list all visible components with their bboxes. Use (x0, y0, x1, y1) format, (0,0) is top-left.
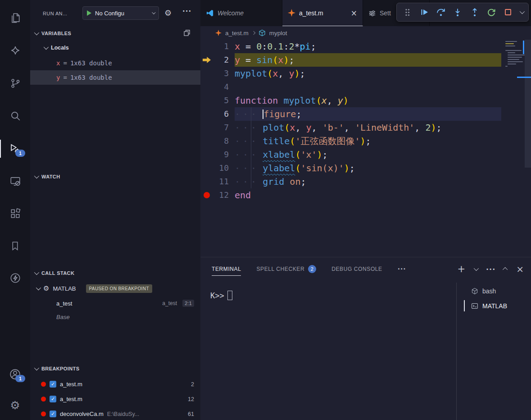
section-call-stack[interactable]: CALL STACK (30, 267, 200, 279)
breadcrumb-file[interactable]: a_test.m (225, 30, 249, 37)
stack-frame-base[interactable]: Base (30, 310, 200, 324)
gutter-margin[interactable] (200, 121, 214, 134)
gutter-margin[interactable] (200, 161, 214, 175)
maximize-panel-icon[interactable] (503, 267, 508, 272)
gutter-margin[interactable] (200, 188, 214, 202)
breakpoint-checkbox[interactable]: ✓ (50, 411, 56, 417)
tab-terminal[interactable]: TERMINAL (212, 257, 241, 281)
gripper-icon[interactable] (401, 6, 413, 18)
continue-button[interactable] (418, 6, 431, 18)
breakpoint-dot[interactable] (204, 192, 210, 198)
debug-config-dropdown[interactable]: No Configu (82, 6, 159, 20)
breakpoint-checkbox[interactable]: ✓ (50, 396, 56, 402)
step-out-button[interactable] (468, 6, 481, 18)
code-line-2[interactable]: 2y = sin(x); (200, 53, 501, 67)
gutter-margin[interactable] (200, 40, 214, 53)
code-text[interactable]: x = 0:0.1:2*pi; (235, 40, 501, 53)
code-text[interactable]: ···plot(x, y, 'b-', 'LineWidth', 2); (235, 121, 501, 134)
section-breakpoints[interactable]: BREAKPOINTS (30, 362, 200, 375)
step-into-button[interactable] (451, 6, 464, 18)
gutter-margin[interactable] (200, 175, 214, 188)
code-text[interactable]: function myplot(x, y) (235, 94, 501, 107)
tab-debug-console[interactable]: DEBUG CONSOLE (331, 257, 382, 281)
tab-welcome[interactable]: Welcome (200, 0, 282, 26)
code-line-12[interactable]: 12end (200, 188, 501, 202)
breadcrumb-symbol[interactable]: myplot (269, 30, 287, 37)
tab-a-test-m[interactable]: a_test.m × (282, 0, 363, 26)
editor-scrollbar[interactable] (525, 40, 531, 168)
gutter-margin[interactable] (200, 80, 214, 94)
gutter-margin[interactable] (200, 134, 214, 148)
panel-more-actions-icon[interactable]: ··· (486, 265, 495, 274)
debug-current-line-arrow[interactable] (203, 57, 211, 63)
code-text[interactable]: ···title('正弦函数图像'); (235, 134, 501, 148)
code-text[interactable]: myplot(x, y); (235, 67, 501, 80)
code-text[interactable]: end (235, 188, 501, 202)
activity-remote-explorer[interactable] (0, 169, 30, 193)
code-text[interactable]: ···xlabel('x'); (235, 148, 501, 161)
terminal-profile-dropdown-icon[interactable] (474, 266, 479, 271)
activity-extensions[interactable] (0, 202, 30, 225)
code-line-9[interactable]: 9···xlabel('x'); (200, 148, 501, 161)
terminal-content[interactable]: K>> (210, 291, 232, 300)
code-line-1[interactable]: 1x = 0:0.1:2*pi; (200, 40, 501, 53)
code-line-11[interactable]: 11···grid on; (200, 175, 501, 188)
code-line-4[interactable]: 4 (200, 80, 501, 94)
panel-tabs-overflow-icon[interactable]: ··· (398, 265, 406, 273)
panel-sash[interactable] (456, 283, 457, 420)
code-line-8[interactable]: 8···title('正弦函数图像'); (200, 134, 501, 148)
gutter-margin[interactable] (200, 67, 214, 80)
debug-toolbar-more-icon[interactable] (519, 9, 524, 14)
gutter-margin[interactable] (200, 148, 214, 161)
code-text[interactable] (235, 80, 501, 94)
code-text[interactable]: ···grid on; (235, 175, 501, 188)
terminal-item-bash[interactable]: bash (464, 283, 531, 298)
new-terminal-icon[interactable]: + (457, 264, 465, 274)
code-line-3[interactable]: 3myplot(x, y); (200, 67, 501, 80)
activity-thunder[interactable] (0, 266, 30, 290)
activity-settings[interactable]: ⚙ (0, 393, 30, 417)
sidebar-more-icon[interactable]: ··· (182, 7, 191, 15)
breadcrumb[interactable]: a_test.m myplot (200, 26, 501, 40)
variable-row-x[interactable]: x = 1x63 double (30, 56, 200, 70)
activity-source-control[interactable] (0, 72, 30, 95)
gutter-margin[interactable] (200, 53, 214, 67)
activity-search[interactable] (0, 104, 30, 128)
breakpoint-row-3[interactable]: ✓ deconvolveCa.m E:\BaiduSy... 61 (30, 406, 200, 420)
step-over-button[interactable] (435, 6, 447, 18)
breakpoint-row-1[interactable]: ✓ a_test.m 2 (30, 377, 200, 392)
breakpoint-checkbox[interactable]: ✓ (50, 381, 56, 388)
gutter-margin[interactable] (200, 94, 214, 107)
stop-button[interactable] (502, 6, 514, 18)
scope-locals[interactable]: Locals (30, 41, 200, 54)
code-text[interactable]: y = sin(x); (235, 53, 501, 67)
close-icon[interactable]: × (351, 9, 357, 18)
restart-button[interactable] (485, 6, 498, 18)
variable-row-y[interactable]: y = 1x63 double (30, 70, 200, 85)
code-area[interactable]: 1x = 0:0.1:2*pi;2y = sin(x);3myplot(x, y… (200, 40, 501, 202)
debug-gear-icon[interactable]: ⚙ (164, 8, 172, 18)
activity-run-and-debug[interactable]: 1 (0, 137, 30, 160)
activity-account[interactable]: 1 (0, 362, 30, 386)
activity-bookmarks[interactable] (0, 234, 30, 257)
callstack-session-matlab[interactable]: ⚙ MATLAB PAUSED ON BREAKPOINT (30, 281, 200, 296)
breakpoint-row-2[interactable]: ✓ a_test.m 12 (30, 392, 200, 406)
code-line-6[interactable]: 6···figure; (200, 107, 501, 121)
gutter-margin[interactable] (200, 107, 214, 121)
stack-frame-a-test[interactable]: a_test a_test 2:1 (30, 297, 200, 310)
section-variables[interactable]: VARIABLES (30, 27, 200, 40)
code-text[interactable]: ···figure; (235, 107, 501, 121)
tab-spell-checker[interactable]: SPELL CHECKER 2 (256, 257, 316, 281)
code-line-10[interactable]: 10···ylabel('sin(x)'); (200, 161, 501, 175)
activity-explorer[interactable] (0, 6, 30, 30)
open-panel-icon[interactable] (183, 29, 191, 37)
code-line-5[interactable]: 5function myplot(x, y) (200, 94, 501, 107)
close-panel-icon[interactable]: × (516, 264, 524, 274)
activity-copilot[interactable] (0, 39, 30, 63)
minimap[interactable] (504, 40, 524, 68)
start-debugging-icon[interactable] (87, 10, 91, 16)
terminal-item-matlab[interactable]: MATLAB (464, 298, 531, 313)
code-text[interactable]: ···ylabel('sin(x)'); (235, 161, 501, 175)
section-watch[interactable]: WATCH (30, 170, 200, 183)
code-line-7[interactable]: 7···plot(x, y, 'b-', 'LineWidth', 2); (200, 121, 501, 134)
